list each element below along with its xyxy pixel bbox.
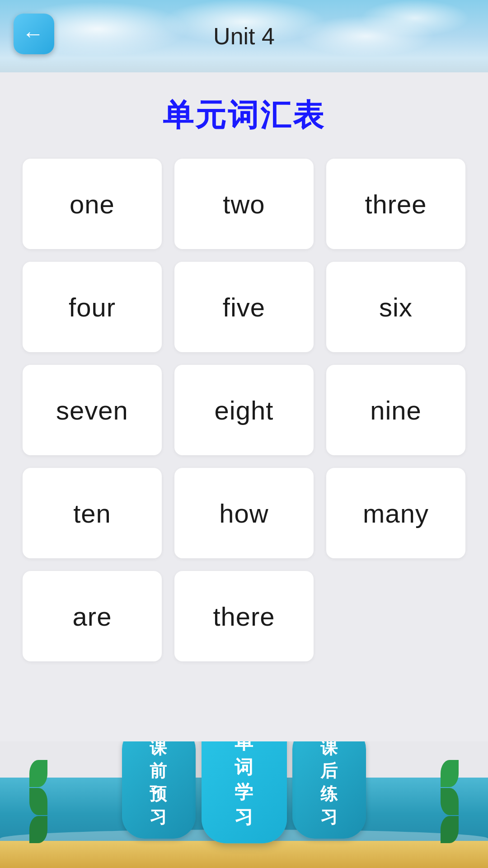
word-card-three[interactable]: three bbox=[326, 159, 465, 249]
sand-bg bbox=[0, 841, 488, 868]
word-label-four: four bbox=[69, 292, 116, 322]
word-label-nine: nine bbox=[370, 395, 422, 425]
seaweed-leaf bbox=[441, 788, 459, 815]
back-button[interactable]: ← bbox=[14, 14, 54, 54]
word-grid: one two three four five six seven eight … bbox=[23, 159, 465, 661]
footer: 课前预习 单词学习 课后练习 bbox=[0, 741, 488, 868]
word-card-nine[interactable]: nine bbox=[326, 365, 465, 455]
back-arrow-icon: ← bbox=[22, 23, 44, 45]
page-title: 单元词汇表 bbox=[163, 95, 325, 136]
word-card-two[interactable]: two bbox=[174, 159, 314, 249]
word-card-seven[interactable]: seven bbox=[23, 365, 162, 455]
word-label-two: two bbox=[223, 189, 265, 219]
pre-class-label: 课前预习 bbox=[150, 741, 168, 826]
word-card-how[interactable]: how bbox=[174, 468, 314, 558]
word-card-many[interactable]: many bbox=[326, 468, 465, 558]
word-label-six: six bbox=[379, 292, 413, 322]
header: ← Unit 4 bbox=[0, 0, 488, 72]
word-label-how: how bbox=[219, 498, 268, 528]
seaweed-leaf bbox=[29, 760, 47, 787]
vocabulary-label: 单词学习 bbox=[234, 741, 253, 827]
word-label-three: three bbox=[365, 189, 427, 219]
word-label-are: are bbox=[73, 601, 112, 632]
seaweed-right bbox=[438, 760, 461, 843]
word-label-seven: seven bbox=[56, 395, 128, 425]
word-label-five: five bbox=[223, 292, 265, 322]
seaweed-leaf bbox=[29, 788, 47, 815]
vocabulary-button[interactable]: 单词学习 bbox=[202, 741, 287, 843]
word-card-ten[interactable]: ten bbox=[23, 468, 162, 558]
post-class-label: 课后练习 bbox=[320, 741, 338, 826]
word-card-there[interactable]: there bbox=[174, 571, 314, 661]
seaweed-leaf bbox=[441, 816, 459, 843]
word-card-are[interactable]: are bbox=[23, 571, 162, 661]
word-card-eight[interactable]: eight bbox=[174, 365, 314, 455]
word-label-there: there bbox=[213, 601, 275, 632]
main-content: 单元词汇表 one two three four five six seven … bbox=[0, 72, 488, 741]
word-card-four[interactable]: four bbox=[23, 262, 162, 352]
seaweed-leaf bbox=[441, 760, 459, 787]
post-class-button[interactable]: 课后练习 bbox=[292, 741, 366, 839]
word-card-five[interactable]: five bbox=[174, 262, 314, 352]
pre-class-button[interactable]: 课前预习 bbox=[122, 741, 196, 839]
word-label-many: many bbox=[363, 498, 429, 528]
header-title: Unit 4 bbox=[213, 23, 275, 50]
word-card-six[interactable]: six bbox=[326, 262, 465, 352]
seaweed-left bbox=[27, 760, 50, 843]
word-label-ten: ten bbox=[73, 498, 111, 528]
word-label-eight: eight bbox=[215, 395, 274, 425]
bottom-nav: 课前预习 单词学习 课后练习 bbox=[122, 741, 366, 839]
word-label-one: one bbox=[70, 189, 115, 219]
word-card-one[interactable]: one bbox=[23, 159, 162, 249]
seaweed-leaf bbox=[29, 816, 47, 843]
